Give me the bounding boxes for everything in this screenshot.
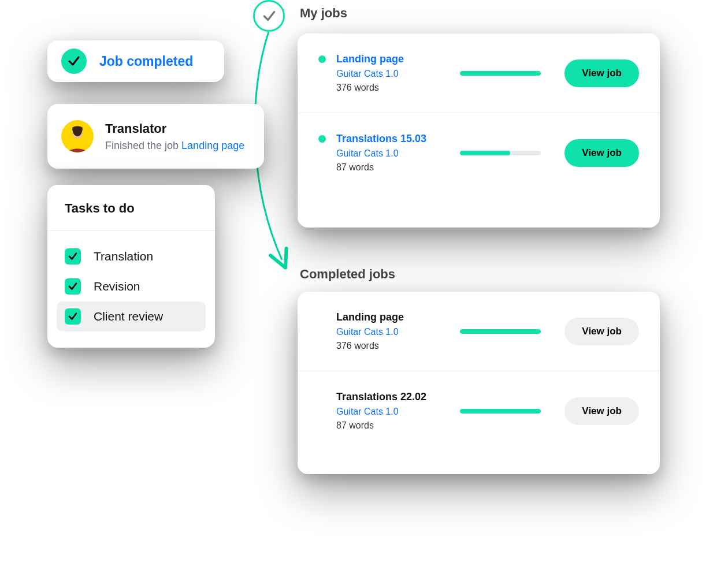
- task-item[interactable]: Revision: [57, 271, 206, 301]
- translator-description: Finished the job Landing page: [105, 140, 244, 151]
- progress-bar: [460, 329, 541, 334]
- job-title[interactable]: Landing page: [336, 53, 446, 65]
- job-project-link[interactable]: Guitar Cats 1.0: [336, 327, 446, 337]
- job-row: Landing pageGuitar Cats 1.0376 wordsView…: [298, 33, 660, 113]
- task-item[interactable]: Translation: [57, 241, 206, 271]
- avatar: [61, 120, 94, 152]
- task-item[interactable]: Client review: [57, 301, 206, 331]
- task-label: Client review: [94, 310, 163, 323]
- job-project-link[interactable]: Guitar Cats 1.0: [336, 148, 446, 159]
- job-project-link[interactable]: Guitar Cats 1.0: [336, 69, 446, 79]
- checkbox-icon[interactable]: [65, 248, 81, 264]
- completed-jobs-panel: Landing pageGuitar Cats 1.0376 wordsView…: [298, 292, 660, 474]
- translator-desc-text: Finished the job: [105, 140, 181, 151]
- view-job-button[interactable]: View job: [564, 318, 639, 345]
- task-label: Translation: [94, 249, 153, 263]
- job-completed-label: Job completed: [99, 54, 193, 69]
- view-job-button[interactable]: View job: [564, 139, 639, 167]
- job-project-link[interactable]: Guitar Cats 1.0: [336, 407, 446, 417]
- job-title: Translations 22.02: [336, 391, 446, 403]
- progress-bar: [460, 71, 541, 76]
- view-job-button[interactable]: View job: [564, 59, 639, 87]
- task-label: Revision: [94, 280, 140, 293]
- status-dot-icon: [318, 55, 326, 63]
- job-word-count: 87 words: [336, 420, 446, 431]
- progress-bar: [460, 151, 541, 155]
- progress-bar: [460, 409, 541, 413]
- my-jobs-panel: Landing pageGuitar Cats 1.0376 wordsView…: [298, 33, 660, 228]
- job-row: Translations 15.03Guitar Cats 1.087 word…: [298, 113, 660, 192]
- completed-jobs-title: Completed jobs: [300, 267, 395, 282]
- task-list: TranslationRevisionClient review: [47, 231, 215, 331]
- status-dot-icon: [318, 135, 326, 143]
- job-title[interactable]: Translations 15.03: [336, 133, 446, 145]
- check-icon: [262, 9, 277, 24]
- job-word-count: 376 words: [336, 341, 446, 351]
- translator-card: Translator Finished the job Landing page: [47, 104, 264, 169]
- job-info: Landing pageGuitar Cats 1.0376 words: [336, 53, 446, 93]
- translator-job-link[interactable]: Landing page: [181, 140, 244, 151]
- job-row: Translations 22.02Guitar Cats 1.087 word…: [298, 371, 660, 450]
- tasks-header: Tasks to do: [47, 201, 215, 231]
- job-info: Translations 15.03Guitar Cats 1.087 word…: [336, 133, 446, 173]
- job-word-count: 376 words: [336, 83, 446, 93]
- my-jobs-title: My jobs: [300, 6, 347, 21]
- job-info: Landing pageGuitar Cats 1.0376 words: [336, 311, 446, 351]
- job-row: Landing pageGuitar Cats 1.0376 wordsView…: [298, 292, 660, 371]
- job-completed-card: Job completed: [47, 40, 224, 82]
- check-icon: [61, 49, 87, 74]
- job-info: Translations 22.02Guitar Cats 1.087 word…: [336, 391, 446, 431]
- view-job-button[interactable]: View job: [564, 397, 639, 425]
- job-title: Landing page: [336, 311, 446, 323]
- translator-role: Translator: [105, 121, 244, 136]
- job-word-count: 87 words: [336, 162, 446, 173]
- checkbox-icon[interactable]: [65, 308, 81, 325]
- checkbox-icon[interactable]: [65, 278, 81, 295]
- tasks-card: Tasks to do TranslationRevisionClient re…: [47, 185, 215, 348]
